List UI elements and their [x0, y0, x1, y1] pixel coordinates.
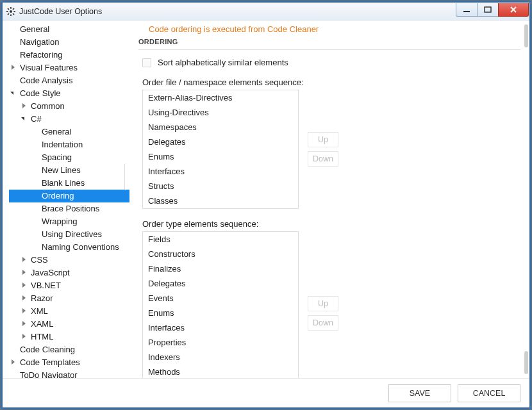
nav-item-general[interactable]: General [9, 23, 129, 36]
nav-item-code-analysis[interactable]: Code Analysis [9, 74, 129, 87]
scroll-thumb-bottom[interactable] [524, 351, 528, 374]
nav-item-naming-conventions[interactable]: Naming Conventions [9, 241, 129, 254]
file-order-listbox[interactable]: Extern-Alias-DirectivesUsing-DirectivesN… [142, 90, 299, 209]
list-item[interactable]: Constructors [143, 247, 298, 261]
close-button[interactable] [498, 3, 529, 17]
nav-item-code-templates[interactable]: Code Templates [9, 356, 129, 369]
nav-item-label: HTML [31, 332, 53, 341]
nav-item-razor[interactable]: Razor [9, 292, 129, 305]
chevron-right-icon[interactable] [10, 358, 17, 365]
list-item[interactable]: Namespaces [143, 120, 298, 135]
list-item[interactable]: Using-Directives [143, 105, 298, 120]
list-item[interactable]: Finalizes [143, 261, 298, 276]
nav-item-label: Naming Conventions [42, 242, 119, 252]
type-order-down-button[interactable]: Down [308, 315, 338, 331]
list-item[interactable]: Events [143, 291, 298, 306]
sidebar: GeneralNavigationRefactoringVisual Featu… [3, 20, 129, 378]
chevron-down-icon[interactable] [10, 89, 17, 95]
chevron-right-icon[interactable] [21, 268, 28, 275]
chevron-right-icon[interactable] [21, 281, 28, 288]
list-item[interactable]: Enums [143, 306, 298, 320]
sort-alpha-checkbox[interactable] [142, 58, 151, 67]
nav-item-brace-positions[interactable]: Brace Positions [9, 202, 129, 215]
nav-item-blank-lines[interactable]: Blank Lines [9, 177, 129, 190]
scrollbar[interactable] [524, 22, 528, 377]
chevron-down-icon[interactable] [21, 115, 28, 121]
list-item[interactable]: Delegates [143, 135, 298, 149]
file-order-up-button[interactable]: Up [308, 132, 338, 147]
list-item[interactable]: Methods [143, 365, 298, 378]
nav-item-general[interactable]: General [9, 126, 129, 138]
list-item[interactable]: Extern-Alias-Directives [143, 90, 298, 105]
chevron-right-icon[interactable] [21, 320, 28, 326]
type-order-listbox[interactable]: FieldsConstructorsFinalizesDelegatesEven… [142, 231, 299, 378]
chevron-right-icon[interactable] [21, 332, 28, 339]
chevron-right-icon[interactable] [21, 102, 28, 108]
chevron-right-icon[interactable] [21, 294, 28, 300]
nav-item-label: Blank Lines [42, 178, 85, 188]
options-window: JustCode User Options GeneralNavigationR… [2, 2, 530, 408]
file-order-down-button[interactable]: Down [308, 151, 338, 167]
list-item[interactable]: Interfaces [143, 164, 298, 179]
nav-item-label: Navigation [20, 37, 59, 47]
nav-item-label: C# [31, 114, 42, 124]
nav-item-label: Common [31, 101, 65, 111]
list-item[interactable]: Delegates [143, 276, 298, 291]
nav-item-using-directives[interactable]: Using Directives [9, 228, 129, 241]
nav-item-navigation[interactable]: Navigation [9, 36, 129, 49]
nav-item-label: XML [31, 306, 48, 316]
section-heading: ORDERING [138, 38, 520, 50]
nav-item-todo-navigator[interactable]: ToDo Navigator [9, 369, 129, 378]
nav-item-label: Brace Positions [42, 204, 99, 213]
svg-rect-10 [485, 7, 491, 12]
nav-item-label: Spacing [42, 152, 72, 162]
chevron-right-icon[interactable] [21, 307, 28, 313]
window-title: JustCode User Options [19, 7, 456, 16]
list-item[interactable]: Enums [143, 149, 298, 164]
minimize-button[interactable] [456, 3, 478, 17]
list-item[interactable]: Structs [143, 179, 298, 193]
nav-item-label: Refactoring [20, 50, 62, 60]
cancel-button[interactable]: CANCEL [458, 384, 520, 402]
nav-item-code-cleaning[interactable]: Code Cleaning [9, 343, 129, 356]
nav-item-label: General [42, 127, 71, 136]
nav-item-common[interactable]: Common [9, 100, 129, 113]
nav-item-wrapping[interactable]: Wrapping [9, 215, 129, 228]
nav-tree: GeneralNavigationRefactoringVisual Featu… [9, 23, 129, 378]
notice-text: Code ordering is executed from Code Clea… [138, 23, 520, 38]
chevron-right-icon[interactable] [21, 256, 28, 262]
save-button[interactable]: SAVE [388, 384, 451, 402]
nav-item-css[interactable]: CSS [9, 254, 129, 266]
list-item[interactable]: Properties [143, 335, 298, 350]
nav-item-spacing[interactable]: Spacing [9, 151, 129, 164]
list-item[interactable]: Fields [143, 232, 298, 247]
svg-line-8 [13, 8, 14, 10]
nav-item-javascript[interactable]: JavaScript [9, 266, 129, 279]
nav-item-c-[interactable]: C# [9, 113, 129, 126]
footer: SAVE CANCEL [3, 378, 529, 407]
nav-item-code-style[interactable]: Code Style [9, 87, 129, 100]
nav-item-html[interactable]: HTML [9, 331, 129, 343]
nav-item-ordering[interactable]: Ordering [9, 190, 129, 202]
nav-item-label: CSS [31, 255, 48, 265]
chevron-right-icon[interactable] [10, 63, 17, 70]
nav-item-vb-net[interactable]: VB.NET [9, 279, 129, 292]
nav-item-label: Wrapping [42, 217, 77, 226]
nav-item-xaml[interactable]: XAML [9, 318, 129, 331]
list-item[interactable]: Interfaces [143, 320, 298, 335]
nav-item-new-lines[interactable]: New Lines [9, 164, 129, 177]
scroll-thumb-top[interactable] [524, 24, 528, 47]
nav-item-refactoring[interactable]: Refactoring [9, 49, 129, 62]
nav-item-indentation[interactable]: Indentation [9, 138, 129, 151]
nav-item-visual-features[interactable]: Visual Features [9, 62, 129, 74]
nav-item-label: VB.NET [31, 281, 61, 290]
list-item[interactable]: Classes [143, 193, 298, 208]
nav-item-label: XAML [31, 319, 53, 329]
list-item[interactable]: Indexers [143, 350, 298, 365]
maximize-button[interactable] [477, 3, 499, 17]
nav-item-label: Code Style [20, 88, 61, 98]
nav-item-xml[interactable]: XML [9, 305, 129, 318]
gear-icon [6, 7, 15, 16]
type-order-up-button[interactable]: Up [308, 296, 338, 311]
titlebar[interactable]: JustCode User Options [3, 3, 529, 20]
